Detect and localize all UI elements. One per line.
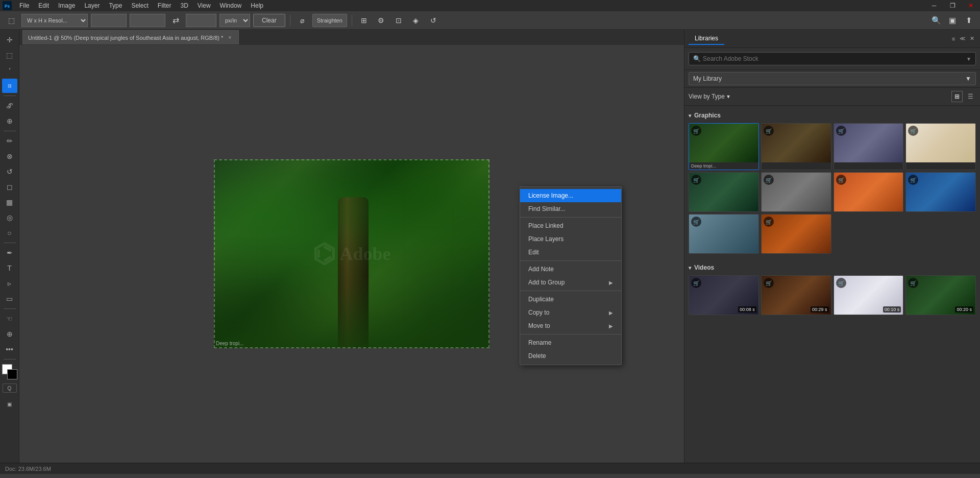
menu-filter[interactable]: Filter [154,1,176,10]
arrange-button[interactable]: ▣ [945,14,960,27]
crop-mode-select[interactable]: W x H x Resol... [21,14,88,27]
tool-options-icon[interactable]: ⬚ [4,14,18,27]
ctx-place-linked[interactable]: Place Linked [520,219,621,232]
minimize-btn[interactable]: ─ [927,0,941,12]
lib-item-cart-9[interactable]: 🛒 [691,217,701,227]
quick-mask-toggle[interactable]: Q [3,384,17,393]
share-button[interactable]: ⬆ [962,14,976,27]
lib-video-4[interactable]: 🛒 00:20 s [905,275,976,315]
unit-select[interactable]: px/in [219,14,250,27]
lib-item-1[interactable]: 🛒 Deep tropi... [689,123,759,170]
panel-menu-btn[interactable]: ≡ [949,35,958,43]
lasso-tool[interactable]: ʻ [2,63,17,78]
undo-icon[interactable]: ↺ [426,14,440,27]
straighten-button[interactable]: Straighten [312,14,347,27]
ctx-add-to-group[interactable]: Add to Group ▶ [520,276,621,289]
ctx-add-note[interactable]: Add Note [520,262,621,276]
height-input[interactable] [130,14,165,27]
lib-item-7[interactable]: 🛒 [834,172,904,212]
move-tool[interactable]: ✛ [2,33,17,47]
background-color[interactable] [7,369,17,379]
lib-item-cart-10[interactable]: 🛒 [764,217,774,227]
ctx-copy-to[interactable]: Copy to ▶ [520,306,621,319]
lib-video-cart-2[interactable]: 🛒 [764,278,774,288]
libraries-panel-tab[interactable]: Libraries [689,33,724,45]
maximize-btn[interactable]: ❐ [945,0,960,12]
view-by-type-btn[interactable]: View by Type ▾ [689,93,730,100]
more-tools[interactable]: ••• [2,342,17,356]
search-button[interactable]: 🔍 [929,14,943,27]
ctx-rename[interactable]: Rename [520,336,621,349]
lib-item-cart-5[interactable]: 🛒 [691,175,701,185]
videos-section-header[interactable]: ▾ Videos [689,262,976,273]
lib-item-cart-2[interactable]: 🛒 [764,126,774,136]
lib-item-8[interactable]: 🛒 [905,172,976,212]
eyedropper-tool[interactable]: 🖇 [2,99,17,113]
ctx-find-similar[interactable]: Find Similar... [520,202,621,216]
lib-video-cart-1[interactable]: 🛒 [691,278,701,288]
menu-select[interactable]: Select [127,1,152,10]
grid-icon[interactable]: ⊞ [357,14,371,27]
pen-tool[interactable]: ✒ [2,246,17,260]
ctx-edit[interactable]: Edit [520,246,621,259]
lib-item-cart-6[interactable]: 🛒 [764,175,774,185]
width-input[interactable] [91,14,127,27]
lib-item-4[interactable]: 🛒 [905,123,976,170]
menu-view[interactable]: View [193,1,215,10]
ctx-license-image[interactable]: License Image... [520,189,621,202]
library-select[interactable]: My Library ▼ [689,72,976,85]
ctx-place-layers[interactable]: Place Layers [520,232,621,246]
screen-mode-btn[interactable]: ▣ [2,397,17,411]
search-dropdown-arrow[interactable]: ▼ [966,56,971,62]
lib-item-cart-1[interactable]: 🛒 [691,126,701,136]
dodge-tool[interactable]: ○ [2,226,17,240]
ctx-duplicate[interactable]: Duplicate [520,293,621,306]
crop-tool[interactable]: ⌗ [2,79,17,93]
gradient-tool[interactable]: ▦ [2,195,17,209]
swap-icon[interactable]: ⇄ [168,14,183,27]
lib-item-cart-3[interactable]: 🛒 [836,126,846,136]
resolution-input[interactable] [186,14,216,27]
ctx-move-to[interactable]: Move to ▶ [520,319,621,332]
hand-tool[interactable]: ☜ [2,312,17,326]
history-brush-tool[interactable]: ↺ [2,164,17,179]
lib-item-5[interactable]: 🛒 [689,172,759,212]
heal-tool[interactable]: ⊕ [2,114,17,128]
menu-file[interactable]: File [15,1,33,10]
path-select-tool[interactable]: ▹ [2,276,17,291]
marquee-tool[interactable]: ⬚ [2,48,17,62]
text-tool[interactable]: T [2,261,17,275]
zoom-tool[interactable]: ⊕ [2,327,17,341]
settings-icon[interactable]: ⚙ [374,14,388,27]
eraser-tool[interactable]: ◻ [2,180,17,194]
menu-help[interactable]: Help [247,1,267,10]
close-btn[interactable]: ✕ [964,0,978,12]
lib-item-6[interactable]: 🛒 [761,172,831,212]
menu-3d[interactable]: 3D [176,1,192,10]
transform-icon[interactable]: ⊡ [391,14,406,27]
clone-tool[interactable]: ⊗ [2,149,17,163]
menu-type[interactable]: Type [105,1,126,10]
panel-collapse-btn[interactable]: ≪ [959,35,967,43]
document-tab[interactable]: Untitled-1 @ 50% (Deep tropical jungles … [22,30,239,44]
clear-button[interactable]: Clear [253,14,285,27]
lib-item-10[interactable]: 🛒 [761,214,831,254]
graphics-section-header[interactable]: ▾ Graphics [689,110,976,121]
lib-item-9[interactable]: 🛒 [689,214,759,254]
lib-item-cart-7[interactable]: 🛒 [836,175,846,185]
shape-tool[interactable]: ▭ [2,292,17,306]
menu-edit[interactable]: Edit [34,1,53,10]
grid-view-btn[interactable]: ⊞ [951,91,963,102]
lib-item-2[interactable]: 🛒 [761,123,831,170]
tab-close-btn[interactable]: × [226,34,233,41]
lib-video-2[interactable]: 🛒 00:29 s [761,275,831,315]
brush-tool[interactable]: ✏ [2,134,17,148]
menu-image[interactable]: Image [54,1,79,10]
lib-video-cart-3[interactable]: 🛒 [836,278,846,288]
panel-close-btn[interactable]: ✕ [968,35,976,43]
menu-window[interactable]: Window [216,1,246,10]
warp-icon[interactable]: ◈ [409,14,423,27]
blur-tool[interactable]: ◎ [2,210,17,225]
lib-video-3[interactable]: 🛒 00:10 s [834,275,904,315]
ctx-delete[interactable]: Delete [520,349,621,363]
